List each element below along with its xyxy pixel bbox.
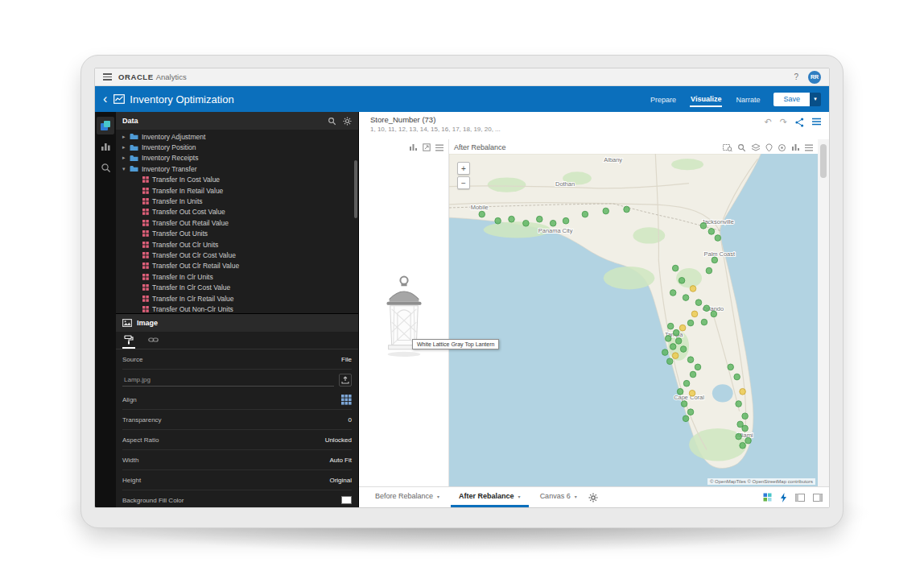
maximize-icon[interactable]	[423, 143, 431, 151]
store-dot[interactable]	[706, 267, 712, 274]
chart-type-icon[interactable]	[409, 143, 418, 151]
prop-value[interactable]: 0	[349, 416, 352, 424]
tree-measure-transfer-in-retail-value[interactable]: Transfer In Retail Value	[116, 185, 358, 196]
tree-measure-transfer-out-non-clr-units[interactable]: Transfer Out Non-Clr Units	[116, 304, 358, 313]
store-dot[interactable]	[624, 206, 630, 213]
store-dot[interactable]	[672, 353, 679, 359]
store-dot[interactable]	[734, 374, 740, 380]
zoom-out-button[interactable]: −	[457, 176, 470, 189]
save-button[interactable]: Save	[773, 93, 810, 106]
store-dot[interactable]	[689, 390, 695, 396]
tree-measure-transfer-out-cost-value[interactable]: Transfer Out Cost Value	[116, 207, 358, 217]
store-dot[interactable]	[711, 311, 717, 317]
store-dot[interactable]	[681, 401, 687, 407]
store-dot[interactable]	[687, 357, 694, 363]
nav-prepare[interactable]: Prepare	[650, 93, 677, 106]
store-dot[interactable]	[670, 290, 676, 296]
tree-measure-transfer-out-clr-retail-value[interactable]: Transfer Out Clr Retail Value	[116, 261, 358, 271]
store-dot[interactable]	[701, 319, 707, 325]
caret-down-icon[interactable]: ▾	[518, 494, 521, 499]
caret-down-icon[interactable]: ▾	[575, 494, 577, 499]
canvas-tab-before-rebalance[interactable]: Before Rebalance▾	[367, 487, 448, 507]
store-dot[interactable]	[479, 211, 485, 217]
store-dot[interactable]	[670, 344, 676, 350]
source-file-input[interactable]: Lamp.jpg	[122, 374, 334, 387]
zoom-in-button[interactable]: +	[457, 162, 470, 175]
align-grid-icon[interactable]	[341, 395, 352, 405]
back-icon[interactable]: ‹	[103, 93, 107, 105]
store-dot[interactable]	[745, 437, 752, 444]
store-dot[interactable]	[603, 208, 609, 214]
search-icon[interactable]	[328, 117, 336, 126]
analytics-panel-icon[interactable]	[97, 159, 114, 176]
caret-right-icon[interactable]: ▸	[122, 144, 130, 151]
canvas-settings-gear-icon[interactable]	[588, 487, 598, 507]
save-menu-caret-icon[interactable]: ▾	[810, 93, 821, 106]
store-dot[interactable]	[683, 295, 689, 301]
store-dot[interactable]	[740, 388, 746, 395]
store-dot[interactable]	[673, 329, 679, 336]
store-dot[interactable]	[677, 388, 683, 395]
store-dot[interactable]	[687, 409, 694, 416]
store-dot[interactable]	[712, 257, 718, 263]
store-dot[interactable]	[683, 380, 690, 387]
caret-right-icon[interactable]: ▸	[122, 134, 130, 140]
prop-value[interactable]: Auto Fit	[329, 457, 352, 464]
store-dot[interactable]	[736, 401, 742, 407]
marker-icon[interactable]	[765, 143, 773, 152]
general-properties-tab[interactable]	[122, 332, 135, 349]
link-properties-tab[interactable]	[146, 332, 160, 349]
store-dot[interactable]	[665, 335, 671, 341]
data-panel-icon[interactable]	[97, 117, 114, 134]
undo-icon[interactable]: ↶	[765, 118, 772, 126]
tree-measure-transfer-in-cost-value[interactable]: Transfer In Cost Value	[116, 175, 358, 185]
upload-icon[interactable]	[339, 374, 352, 387]
tree-measure-transfer-in-clr-cost-value[interactable]: Transfer In Clr Cost Value	[116, 282, 358, 292]
tree-measure-transfer-out-clr-units[interactable]: Transfer Out Clr Units	[116, 239, 358, 250]
florida-map[interactable]: AlbanyDothanMobilePanama CityJacksonvill…	[449, 154, 818, 486]
store-dot[interactable]	[667, 323, 674, 329]
store-dot[interactable]	[523, 220, 530, 226]
store-dot[interactable]	[740, 442, 746, 449]
store-dot[interactable]	[536, 216, 542, 222]
store-dot[interactable]	[690, 286, 696, 292]
store-dot[interactable]	[695, 364, 701, 370]
store-dot[interactable]	[683, 416, 689, 422]
caret-down-icon[interactable]: ▾	[122, 166, 130, 172]
prop-value[interactable]: Unlocked	[325, 436, 352, 444]
map-body[interactable]: AlbanyDothanMobilePanama CityJacksonvill…	[449, 154, 818, 486]
store-dot[interactable]	[666, 358, 673, 365]
help-icon[interactable]: ?	[794, 72, 798, 81]
prop-value[interactable]: File	[341, 356, 352, 363]
store-dot[interactable]	[662, 349, 668, 356]
store-dot[interactable]	[680, 346, 687, 353]
map-menu-icon[interactable]	[805, 144, 813, 151]
store-dot[interactable]	[742, 413, 749, 420]
canvas-tab-canvas-6[interactable]: Canvas 6▾	[532, 487, 585, 507]
store-dot[interactable]	[728, 364, 734, 370]
viz-menu-icon[interactable]	[435, 144, 443, 151]
visualizations-panel-icon[interactable]	[97, 138, 114, 155]
share-icon[interactable]	[795, 118, 804, 127]
tree-measure-transfer-in-clr-units[interactable]: Transfer In Clr Units	[116, 271, 358, 282]
nav-visualize[interactable]: Visualize	[690, 92, 722, 107]
canvas-tab-after-rebalance[interactable]: After Rebalance▾	[451, 487, 529, 507]
caret-down-icon[interactable]: ▾	[437, 494, 439, 499]
tree-measure-transfer-in-clr-retail-value[interactable]: Transfer In Clr Retail Value	[116, 293, 358, 304]
prop-value[interactable]: Original	[329, 477, 352, 484]
store-dot[interactable]	[715, 235, 721, 242]
canvas-menu-icon[interactable]	[812, 118, 821, 126]
store-dot[interactable]	[582, 211, 588, 217]
gear-icon[interactable]	[343, 117, 352, 126]
store-dot[interactable]	[695, 300, 702, 306]
store-dot[interactable]	[563, 217, 569, 224]
background-color-swatch[interactable]	[341, 496, 352, 504]
canvas-scrollbar[interactable]	[818, 139, 829, 486]
tree-scrollbar[interactable]	[354, 160, 357, 218]
tree-measure-transfer-in-units[interactable]: Transfer In Units	[116, 196, 358, 206]
hamburger-menu-icon[interactable]	[103, 73, 112, 81]
store-dot[interactable]	[736, 433, 742, 440]
tree-folder-inventory-transfer[interactable]: ▾Inventory Transfer	[116, 163, 358, 174]
store-dot[interactable]	[703, 305, 710, 312]
auto-insights-icon[interactable]	[763, 493, 772, 502]
